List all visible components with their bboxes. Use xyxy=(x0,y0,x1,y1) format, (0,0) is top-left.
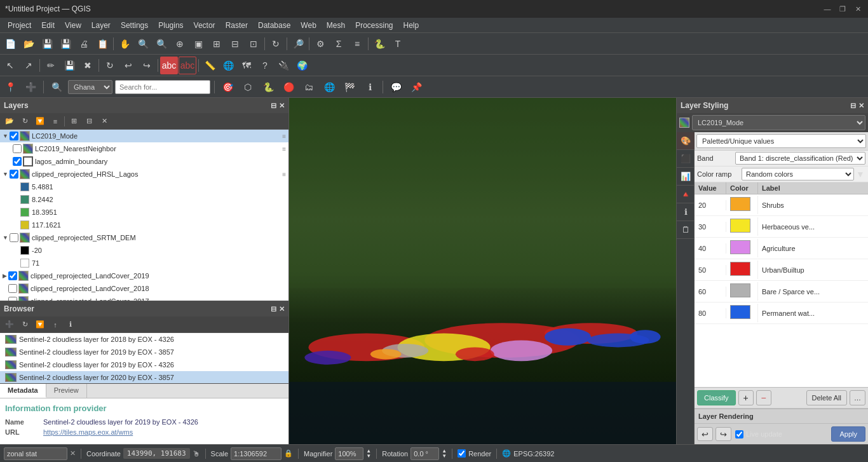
rotation-input[interactable] xyxy=(410,447,439,460)
menu-raster[interactable]: Raster xyxy=(220,20,253,31)
menu-help[interactable]: Help xyxy=(398,20,424,31)
browser-close-icon[interactable]: ⊟ xyxy=(271,305,276,313)
styling-layer-select[interactable]: LC2019_Mode xyxy=(692,115,865,130)
tab-metadata[interactable]: Metadata xyxy=(0,384,46,398)
cancel-edits-button[interactable]: ✖ xyxy=(79,57,97,74)
collapse-all-btn[interactable]: ⊟ xyxy=(82,115,96,128)
refresh-layer-btn[interactable]: ↻ xyxy=(18,115,32,128)
more-btn[interactable]: … xyxy=(850,390,865,405)
menu-edit[interactable]: Edit xyxy=(36,20,60,31)
styling-close-icon[interactable]: ✕ xyxy=(858,102,864,110)
styling-minimize-icon[interactable]: ⊟ xyxy=(850,102,856,110)
search-input[interactable] xyxy=(115,80,210,94)
layer-srtm-checkbox[interactable] xyxy=(10,233,18,242)
live-update-checkbox[interactable] xyxy=(735,430,743,438)
scale-input[interactable] xyxy=(231,447,281,460)
stats-button[interactable]: ≡ xyxy=(348,35,366,53)
expand-all-btn[interactable]: ⊞ xyxy=(67,115,81,128)
label-button[interactable]: abc xyxy=(160,57,178,74)
filter-legend-btn[interactable]: ≡ xyxy=(48,115,62,128)
search-clear-icon[interactable]: ✕ xyxy=(70,449,76,458)
statusbar-search-input[interactable] xyxy=(4,447,67,460)
globe-btn[interactable]: 🌐 xyxy=(320,78,338,96)
plugin2-btn[interactable]: 🌍 xyxy=(293,57,311,74)
layer-lc2019nn-checkbox[interactable] xyxy=(13,144,22,153)
layer-lc2019mode[interactable]: ▼ LC2019_Mode ≡ xyxy=(0,130,288,142)
browser-up-btn[interactable]: ↑ xyxy=(48,318,62,331)
menu-database[interactable]: Database xyxy=(253,20,295,31)
select-button[interactable]: ↖ xyxy=(1,57,19,74)
menu-layer[interactable]: Layer xyxy=(86,20,116,31)
color-ramp-select[interactable]: Random colors xyxy=(742,168,854,180)
layer-lc2019-checkbox[interactable] xyxy=(8,271,17,280)
browser-item-3[interactable]: Sentinel-2 cloudless layer for 2019 by E… xyxy=(0,358,288,371)
layer-lc2019[interactable]: ▶ clipped_reprojected_LandCover_2019 xyxy=(0,269,288,282)
menu-processing[interactable]: Processing xyxy=(350,20,398,31)
color-style-btn[interactable]: 🎨 xyxy=(677,132,695,150)
location-btn[interactable]: 📍 xyxy=(1,78,19,96)
menu-vector[interactable]: Vector xyxy=(189,20,220,31)
menu-project[interactable]: Project xyxy=(3,20,36,31)
layer-hrsl-menu-icon[interactable]: ≡ xyxy=(282,171,286,178)
layer-hrsl-checkbox[interactable] xyxy=(10,170,18,179)
class-color-80[interactable] xyxy=(726,304,758,322)
spatial-btn[interactable]: ⬡ xyxy=(239,78,257,96)
add-class-btn[interactable]: + xyxy=(738,390,754,405)
remove-class-btn[interactable]: − xyxy=(756,390,771,405)
layer-lagos-admin-checkbox[interactable] xyxy=(13,157,22,166)
histogram-btn[interactable]: 📊 xyxy=(677,168,695,186)
tab-preview[interactable]: Preview xyxy=(46,384,87,398)
transparency-btn[interactable]: ⬛ xyxy=(677,150,695,168)
refresh-button[interactable]: ↻ xyxy=(267,35,285,53)
redo-button[interactable]: ↪ xyxy=(138,57,156,74)
edit-button[interactable]: ✏ xyxy=(42,57,60,74)
browser-item-2[interactable]: Sentinel-2 cloudless layer for 2019 by E… xyxy=(0,346,288,358)
map-canvas[interactable] xyxy=(289,98,676,444)
class-color-30[interactable] xyxy=(726,217,758,236)
deselect-button[interactable]: ↗ xyxy=(20,57,37,74)
lock-icon[interactable]: 🔒 xyxy=(284,449,293,458)
renderer-select[interactable]: Paletted/Unique values xyxy=(696,134,866,148)
classify-button[interactable]: Classify xyxy=(697,390,736,405)
layer-menu-icon[interactable]: ≡ xyxy=(282,133,286,140)
save-edits-button[interactable]: 💾 xyxy=(60,57,78,74)
legend-style-btn[interactable]: 🗒 xyxy=(677,221,695,239)
python-button[interactable]: 🐍 xyxy=(370,35,388,53)
layer-lc2019nn[interactable]: LC2019_NearestNeighbor ≡ xyxy=(0,142,288,155)
pyramid-btn[interactable]: 🔺 xyxy=(677,186,695,203)
class-color-60[interactable] xyxy=(726,282,758,301)
open-project-button[interactable]: 📂 xyxy=(20,35,37,53)
rotate-button[interactable]: ↻ xyxy=(101,57,119,74)
remove-layer-btn[interactable]: ✕ xyxy=(97,115,111,128)
menu-settings[interactable]: Settings xyxy=(116,20,153,31)
zoom-layer-button[interactable]: ⊞ xyxy=(208,35,226,53)
sum-button[interactable]: Σ xyxy=(330,35,348,53)
text-button[interactable]: T xyxy=(389,35,407,53)
menu-view[interactable]: View xyxy=(60,20,86,31)
save-project-button[interactable]: 💾 xyxy=(38,35,56,53)
minimize-button[interactable]: — xyxy=(822,4,832,14)
browser-item-4[interactable]: Sentinel-2 cloudless layer for 2020 by E… xyxy=(0,371,288,383)
identify-button[interactable]: 🔎 xyxy=(289,35,307,53)
layer-hrsl[interactable]: ▼ clipped_reprojected_HRSL_Lagos ≡ xyxy=(0,168,288,180)
filter-layer-btn[interactable]: 🔽 xyxy=(33,115,47,128)
crs-item[interactable]: 🌐 EPSG:26392 xyxy=(502,449,554,458)
zoom-in-button[interactable]: 🔍 xyxy=(134,35,152,53)
print-composer-button[interactable]: 📋 xyxy=(93,35,111,53)
metadata-style-btn[interactable]: ℹ xyxy=(677,203,695,221)
render-checkbox[interactable] xyxy=(458,449,466,458)
layer-lc2018[interactable]: ▶ clipped_reprojected_LandCover_2018 xyxy=(0,282,288,295)
layer-lagos-admin[interactable]: lagos_admin_boundary xyxy=(0,155,288,168)
layers-panel-close-button[interactable]: ✕ xyxy=(279,102,285,110)
browser-info-btn[interactable]: ℹ xyxy=(64,318,78,331)
browser-btn[interactable]: 🗺 xyxy=(238,57,255,74)
class-color-40[interactable] xyxy=(726,239,758,257)
maximize-button[interactable]: ❐ xyxy=(837,4,848,14)
annotation-btn[interactable]: 📌 xyxy=(407,78,425,96)
pan-map-button[interactable]: ✋ xyxy=(116,35,133,53)
print-button[interactable]: 🖨 xyxy=(75,35,93,53)
help-btn[interactable]: ? xyxy=(256,57,274,74)
layer-lc2019mode-checkbox[interactable] xyxy=(10,132,18,140)
redo-style-btn[interactable]: ↪ xyxy=(715,427,731,441)
undo-button[interactable]: ↩ xyxy=(119,57,137,74)
